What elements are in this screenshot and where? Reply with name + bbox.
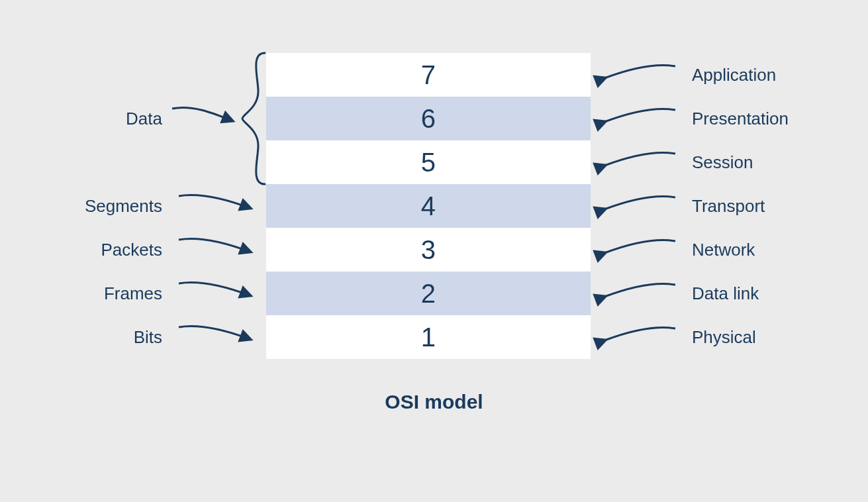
layer-row-7: 7	[266, 53, 591, 97]
arrow-right-icon	[175, 279, 255, 306]
layer-name-datalink: Data link	[692, 283, 824, 304]
layer-name-session: Session	[692, 152, 824, 173]
arrow-right-icon	[175, 236, 255, 262]
layer-name-network: Network	[692, 240, 824, 260]
arrow-left-icon	[599, 281, 679, 307]
data-unit-segments: Segments	[46, 196, 162, 217]
layer-name-physical: Physical	[692, 327, 824, 348]
data-unit-frames: Frames	[46, 283, 162, 304]
layer-name-transport: Transport	[692, 196, 824, 217]
arrow-left-icon	[599, 106, 679, 132]
arrow-right-icon	[175, 323, 255, 350]
arrow-left-icon	[599, 193, 679, 220]
layer-row-5: 5	[266, 140, 591, 184]
arrow-left-icon	[599, 325, 679, 351]
layer-name-application: Application	[692, 65, 824, 85]
layer-row-6: 6	[266, 97, 591, 140]
data-unit-packets: Packets	[46, 240, 162, 260]
arrow-left-icon	[599, 237, 679, 264]
arrow-right-icon	[175, 192, 255, 219]
arrow-left-icon	[599, 150, 679, 176]
layer-name-presentation: Presentation	[692, 109, 824, 129]
diagram-title: OSI model	[0, 391, 868, 413]
layer-row-1: 1	[266, 315, 591, 359]
layer-row-2: 2	[266, 272, 591, 315]
curly-brace-icon	[238, 52, 266, 187]
layer-row-3: 3	[266, 228, 591, 272]
layer-stack: 7 6 5 4 3 2 1	[266, 53, 591, 359]
arrow-left-icon	[599, 62, 679, 89]
arrow-right-icon	[169, 105, 235, 131]
data-unit-bits: Bits	[46, 327, 162, 348]
layer-row-4: 4	[266, 184, 591, 228]
data-unit-data: Data	[46, 109, 162, 129]
